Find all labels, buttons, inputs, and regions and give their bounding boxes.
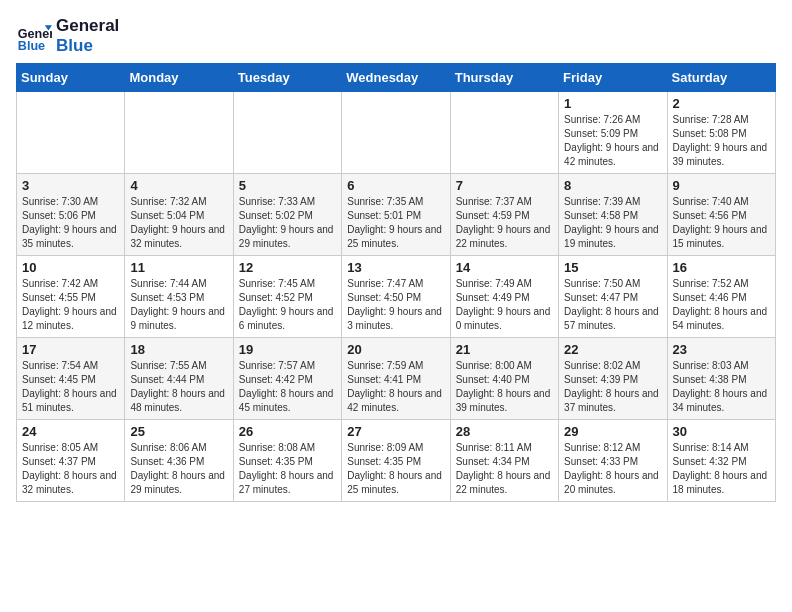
calendar-cell: 24Sunrise: 8:05 AM Sunset: 4:37 PM Dayli…: [17, 420, 125, 502]
day-number: 11: [130, 260, 227, 275]
calendar-cell: 26Sunrise: 8:08 AM Sunset: 4:35 PM Dayli…: [233, 420, 341, 502]
calendar-cell: 7Sunrise: 7:37 AM Sunset: 4:59 PM Daylig…: [450, 174, 558, 256]
calendar-cell: 18Sunrise: 7:55 AM Sunset: 4:44 PM Dayli…: [125, 338, 233, 420]
day-info: Sunrise: 8:05 AM Sunset: 4:37 PM Dayligh…: [22, 441, 119, 497]
calendar-cell: 25Sunrise: 8:06 AM Sunset: 4:36 PM Dayli…: [125, 420, 233, 502]
calendar-table: SundayMondayTuesdayWednesdayThursdayFrid…: [16, 63, 776, 502]
day-number: 10: [22, 260, 119, 275]
weekday-header-tuesday: Tuesday: [233, 64, 341, 92]
day-number: 25: [130, 424, 227, 439]
day-info: Sunrise: 8:11 AM Sunset: 4:34 PM Dayligh…: [456, 441, 553, 497]
calendar-cell: 23Sunrise: 8:03 AM Sunset: 4:38 PM Dayli…: [667, 338, 775, 420]
calendar-cell: 20Sunrise: 7:59 AM Sunset: 4:41 PM Dayli…: [342, 338, 450, 420]
day-info: Sunrise: 7:32 AM Sunset: 5:04 PM Dayligh…: [130, 195, 227, 251]
week-row-4: 17Sunrise: 7:54 AM Sunset: 4:45 PM Dayli…: [17, 338, 776, 420]
weekday-header-thursday: Thursday: [450, 64, 558, 92]
calendar-cell: 6Sunrise: 7:35 AM Sunset: 5:01 PM Daylig…: [342, 174, 450, 256]
day-number: 22: [564, 342, 661, 357]
calendar-cell: 4Sunrise: 7:32 AM Sunset: 5:04 PM Daylig…: [125, 174, 233, 256]
calendar-cell: 27Sunrise: 8:09 AM Sunset: 4:35 PM Dayli…: [342, 420, 450, 502]
day-number: 18: [130, 342, 227, 357]
week-row-1: 1Sunrise: 7:26 AM Sunset: 5:09 PM Daylig…: [17, 92, 776, 174]
day-info: Sunrise: 7:39 AM Sunset: 4:58 PM Dayligh…: [564, 195, 661, 251]
day-info: Sunrise: 7:59 AM Sunset: 4:41 PM Dayligh…: [347, 359, 444, 415]
weekday-header-wednesday: Wednesday: [342, 64, 450, 92]
day-number: 28: [456, 424, 553, 439]
day-info: Sunrise: 7:28 AM Sunset: 5:08 PM Dayligh…: [673, 113, 770, 169]
day-info: Sunrise: 8:00 AM Sunset: 4:40 PM Dayligh…: [456, 359, 553, 415]
day-number: 26: [239, 424, 336, 439]
day-number: 27: [347, 424, 444, 439]
day-number: 29: [564, 424, 661, 439]
day-number: 8: [564, 178, 661, 193]
day-info: Sunrise: 8:03 AM Sunset: 4:38 PM Dayligh…: [673, 359, 770, 415]
day-number: 9: [673, 178, 770, 193]
day-number: 23: [673, 342, 770, 357]
weekday-header-sunday: Sunday: [17, 64, 125, 92]
day-info: Sunrise: 8:02 AM Sunset: 4:39 PM Dayligh…: [564, 359, 661, 415]
calendar-cell: 17Sunrise: 7:54 AM Sunset: 4:45 PM Dayli…: [17, 338, 125, 420]
day-number: 7: [456, 178, 553, 193]
day-number: 1: [564, 96, 661, 111]
day-info: Sunrise: 8:09 AM Sunset: 4:35 PM Dayligh…: [347, 441, 444, 497]
logo: General Blue General Blue: [16, 16, 119, 55]
day-number: 24: [22, 424, 119, 439]
logo-icon: General Blue: [16, 18, 52, 54]
week-row-2: 3Sunrise: 7:30 AM Sunset: 5:06 PM Daylig…: [17, 174, 776, 256]
calendar-cell: 2Sunrise: 7:28 AM Sunset: 5:08 PM Daylig…: [667, 92, 775, 174]
calendar-cell: 11Sunrise: 7:44 AM Sunset: 4:53 PM Dayli…: [125, 256, 233, 338]
day-info: Sunrise: 7:37 AM Sunset: 4:59 PM Dayligh…: [456, 195, 553, 251]
day-info: Sunrise: 8:12 AM Sunset: 4:33 PM Dayligh…: [564, 441, 661, 497]
day-number: 17: [22, 342, 119, 357]
day-info: Sunrise: 7:30 AM Sunset: 5:06 PM Dayligh…: [22, 195, 119, 251]
svg-text:Blue: Blue: [18, 39, 45, 53]
day-info: Sunrise: 7:50 AM Sunset: 4:47 PM Dayligh…: [564, 277, 661, 333]
calendar-cell: 22Sunrise: 8:02 AM Sunset: 4:39 PM Dayli…: [559, 338, 667, 420]
day-info: Sunrise: 7:55 AM Sunset: 4:44 PM Dayligh…: [130, 359, 227, 415]
calendar-cell: [342, 92, 450, 174]
day-info: Sunrise: 7:35 AM Sunset: 5:01 PM Dayligh…: [347, 195, 444, 251]
calendar-cell: [125, 92, 233, 174]
day-number: 14: [456, 260, 553, 275]
calendar-cell: 10Sunrise: 7:42 AM Sunset: 4:55 PM Dayli…: [17, 256, 125, 338]
day-number: 16: [673, 260, 770, 275]
day-info: Sunrise: 7:52 AM Sunset: 4:46 PM Dayligh…: [673, 277, 770, 333]
calendar-cell: 14Sunrise: 7:49 AM Sunset: 4:49 PM Dayli…: [450, 256, 558, 338]
calendar-cell: [233, 92, 341, 174]
calendar-cell: 19Sunrise: 7:57 AM Sunset: 4:42 PM Dayli…: [233, 338, 341, 420]
calendar-cell: 12Sunrise: 7:45 AM Sunset: 4:52 PM Dayli…: [233, 256, 341, 338]
day-info: Sunrise: 8:14 AM Sunset: 4:32 PM Dayligh…: [673, 441, 770, 497]
week-row-5: 24Sunrise: 8:05 AM Sunset: 4:37 PM Dayli…: [17, 420, 776, 502]
logo-line1: General: [56, 16, 119, 36]
page-header: General Blue General Blue: [16, 16, 776, 55]
day-number: 13: [347, 260, 444, 275]
day-info: Sunrise: 7:33 AM Sunset: 5:02 PM Dayligh…: [239, 195, 336, 251]
day-info: Sunrise: 7:42 AM Sunset: 4:55 PM Dayligh…: [22, 277, 119, 333]
day-info: Sunrise: 7:26 AM Sunset: 5:09 PM Dayligh…: [564, 113, 661, 169]
weekday-header-friday: Friday: [559, 64, 667, 92]
day-info: Sunrise: 7:47 AM Sunset: 4:50 PM Dayligh…: [347, 277, 444, 333]
calendar-cell: 8Sunrise: 7:39 AM Sunset: 4:58 PM Daylig…: [559, 174, 667, 256]
calendar-cell: 13Sunrise: 7:47 AM Sunset: 4:50 PM Dayli…: [342, 256, 450, 338]
day-number: 12: [239, 260, 336, 275]
day-info: Sunrise: 7:44 AM Sunset: 4:53 PM Dayligh…: [130, 277, 227, 333]
calendar-cell: [17, 92, 125, 174]
calendar-cell: 3Sunrise: 7:30 AM Sunset: 5:06 PM Daylig…: [17, 174, 125, 256]
week-row-3: 10Sunrise: 7:42 AM Sunset: 4:55 PM Dayli…: [17, 256, 776, 338]
calendar-cell: 29Sunrise: 8:12 AM Sunset: 4:33 PM Dayli…: [559, 420, 667, 502]
day-info: Sunrise: 7:57 AM Sunset: 4:42 PM Dayligh…: [239, 359, 336, 415]
calendar-cell: 9Sunrise: 7:40 AM Sunset: 4:56 PM Daylig…: [667, 174, 775, 256]
day-info: Sunrise: 7:54 AM Sunset: 4:45 PM Dayligh…: [22, 359, 119, 415]
day-number: 6: [347, 178, 444, 193]
calendar-cell: [450, 92, 558, 174]
weekday-header-row: SundayMondayTuesdayWednesdayThursdayFrid…: [17, 64, 776, 92]
calendar-cell: 30Sunrise: 8:14 AM Sunset: 4:32 PM Dayli…: [667, 420, 775, 502]
calendar-cell: 1Sunrise: 7:26 AM Sunset: 5:09 PM Daylig…: [559, 92, 667, 174]
day-info: Sunrise: 8:08 AM Sunset: 4:35 PM Dayligh…: [239, 441, 336, 497]
calendar-cell: 21Sunrise: 8:00 AM Sunset: 4:40 PM Dayli…: [450, 338, 558, 420]
day-number: 19: [239, 342, 336, 357]
day-number: 2: [673, 96, 770, 111]
day-info: Sunrise: 7:40 AM Sunset: 4:56 PM Dayligh…: [673, 195, 770, 251]
day-number: 15: [564, 260, 661, 275]
day-number: 20: [347, 342, 444, 357]
